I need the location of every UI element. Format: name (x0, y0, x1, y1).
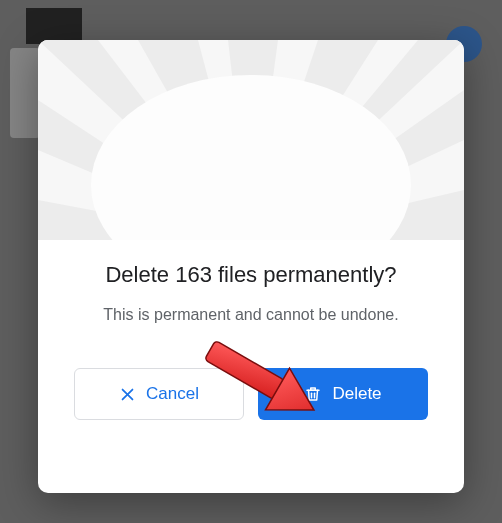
trash-icon (304, 385, 322, 403)
close-icon (119, 386, 136, 403)
dialog-actions: Cancel Delete (62, 368, 440, 420)
dialog-subtitle: This is permanent and cannot be undone. (103, 306, 398, 324)
confirm-delete-dialog: Delete 163 files permanently? This is pe… (38, 40, 464, 493)
cancel-button-label: Cancel (146, 384, 199, 404)
sunburst-illustration (38, 40, 464, 240)
cancel-button[interactable]: Cancel (74, 368, 244, 420)
delete-button[interactable]: Delete (258, 368, 428, 420)
delete-button-label: Delete (332, 384, 381, 404)
dialog-title: Delete 163 files permanently? (105, 262, 396, 288)
dialog-body: Delete 163 files permanently? This is pe… (38, 240, 464, 493)
dialog-illustration (38, 40, 464, 240)
